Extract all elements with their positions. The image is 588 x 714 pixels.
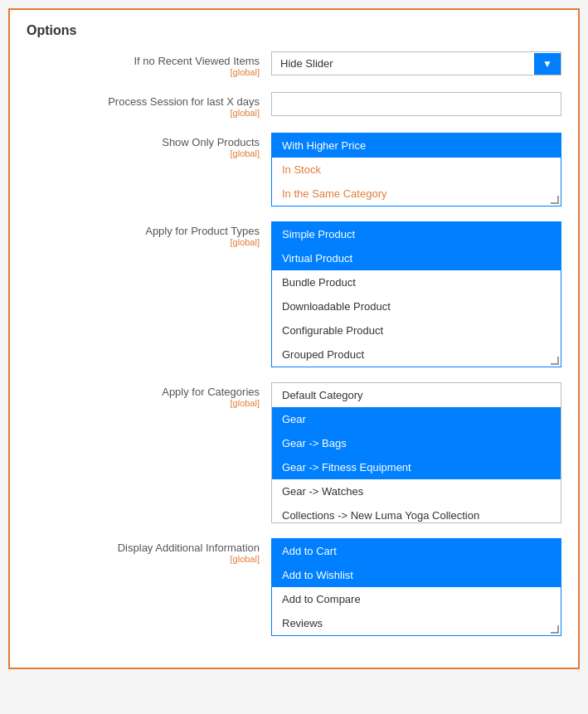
label-apply-product-types: Apply for Product Types [global] [27, 221, 271, 247]
list-item[interactable]: Add to Compare [272, 587, 561, 611]
options-panel: Options If no Recent Viewed Items [globa… [8, 8, 580, 669]
display-additional-listbox[interactable]: Add to Cart Add to Wishlist Add to Compa… [271, 538, 561, 636]
list-item[interactable]: Add to Cart [272, 539, 561, 563]
process-session-input[interactable] [271, 92, 561, 116]
show-only-products-listbox[interactable]: With Higher Price In Stock In the Same C… [271, 133, 561, 206]
list-item[interactable]: Simple Product [272, 222, 561, 246]
recent-viewed-value: Hide Slider [272, 52, 534, 75]
list-item[interactable]: Gear -> Watches [272, 479, 561, 503]
list-item[interactable]: In the Same Category [272, 182, 561, 206]
list-item[interactable]: Gear -> Bags [272, 431, 561, 455]
list-item[interactable]: Bundle Product [272, 270, 561, 294]
list-item[interactable]: With Higher Price [272, 134, 561, 158]
panel-title: Options [27, 23, 561, 38]
label-display-additional: Display Additional Information [global] [27, 538, 271, 564]
categories-listbox[interactable]: Default Category Gear Gear -> Bags Gear … [271, 382, 561, 523]
row-process-session: Process Session for last X days [global] [27, 92, 561, 118]
product-types-listbox[interactable]: Simple Product Virtual Product Bundle Pr… [271, 221, 561, 367]
list-item[interactable]: Collections -> New Luma Yoga Collection [272, 503, 561, 523]
list-item[interactable]: Configurable Product [272, 318, 561, 342]
list-item[interactable]: Default Category [272, 383, 561, 407]
control-recent-viewed: Hide Slider ▼ [271, 51, 561, 75]
list-item[interactable]: Grouped Product [272, 342, 561, 367]
list-item[interactable]: Reviews [272, 611, 561, 635]
label-process-session: Process Session for last X days [global] [27, 92, 271, 118]
label-recent-viewed: If no Recent Viewed Items [global] [27, 51, 271, 77]
row-apply-categories: Apply for Categories [global] Default Ca… [27, 382, 561, 523]
recent-viewed-select[interactable]: Hide Slider ▼ [271, 51, 561, 75]
list-item[interactable]: Gear [272, 407, 561, 431]
list-item[interactable]: In Stock [272, 158, 561, 182]
list-item[interactable]: Virtual Product [272, 246, 561, 270]
list-item[interactable]: Gear -> Fitness Equipment [272, 455, 561, 479]
control-apply-product-types: Simple Product Virtual Product Bundle Pr… [271, 221, 561, 367]
row-display-additional: Display Additional Information [global] … [27, 538, 561, 636]
control-apply-categories: Default Category Gear Gear -> Bags Gear … [271, 382, 561, 523]
control-process-session [271, 92, 561, 116]
row-show-only-products: Show Only Products [global] With Higher … [27, 133, 561, 206]
control-show-only-products: With Higher Price In Stock In the Same C… [271, 133, 561, 206]
list-item[interactable]: Add to Wishlist [272, 563, 561, 587]
list-item[interactable]: Downloadable Product [272, 294, 561, 318]
control-display-additional: Add to Cart Add to Wishlist Add to Compa… [271, 538, 561, 636]
row-recent-viewed: If no Recent Viewed Items [global] Hide … [27, 51, 561, 77]
label-show-only-products: Show Only Products [global] [27, 133, 271, 158]
row-apply-product-types: Apply for Product Types [global] Simple … [27, 221, 561, 367]
label-apply-categories: Apply for Categories [global] [27, 382, 271, 408]
recent-viewed-arrow[interactable]: ▼ [534, 53, 561, 75]
